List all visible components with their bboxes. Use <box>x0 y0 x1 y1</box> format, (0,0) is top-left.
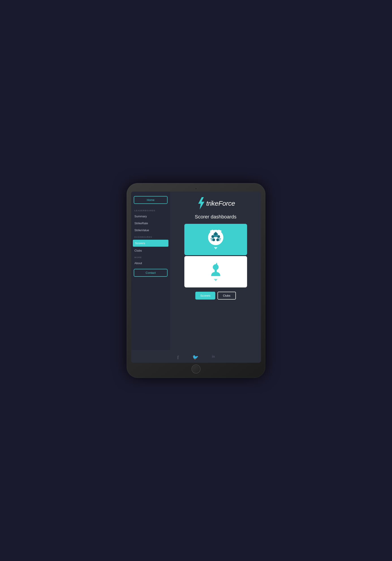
svg-marker-0 <box>198 197 204 209</box>
soccer-card[interactable] <box>184 224 247 255</box>
tablet-device: Home LEADERBOARDS Summary StrikeRate Str… <box>127 183 265 378</box>
sidebar-item-summary[interactable]: Summary <box>131 213 170 220</box>
sidebar-item-strikevalue[interactable]: StrikeValue <box>131 227 170 234</box>
sidebar-item-strikerate[interactable]: StrikeRate <box>131 220 170 227</box>
sidebar-item-clubs[interactable]: Clubs <box>131 247 170 254</box>
sidebar-item-scorers[interactable]: Scorers <box>133 240 169 247</box>
person-card[interactable] <box>184 256 247 287</box>
soccer-ball-icon <box>208 230 223 245</box>
logo-area: trikeForce <box>196 197 235 209</box>
main-content: trikeForce Scorer dashboards <box>170 192 261 350</box>
person-icon <box>209 263 222 277</box>
sidebar: Home LEADERBOARDS Summary StrikeRate Str… <box>131 192 170 350</box>
dashboards-section-label: DASHBOARDS <box>131 234 170 239</box>
home-button[interactable]: Home <box>134 196 168 204</box>
logo-strike: trikeForce <box>206 200 235 207</box>
svg-point-16 <box>212 238 215 241</box>
svg-point-17 <box>211 235 214 238</box>
svg-point-19 <box>213 264 219 270</box>
svg-rect-21 <box>215 270 217 272</box>
footer-social: f 🐦 in <box>131 350 261 363</box>
facebook-icon[interactable]: f <box>177 355 179 360</box>
tablet-home-button[interactable] <box>191 365 201 374</box>
svg-point-15 <box>216 238 219 241</box>
logo-text: trikeForce <box>206 200 235 207</box>
more-section-label: MORE <box>131 254 170 260</box>
leaderboards-section-label: LEADERBOARDS <box>131 207 170 213</box>
scorers-button[interactable]: Scorers <box>195 292 215 300</box>
tablet-camera <box>195 187 197 190</box>
sidebar-item-about[interactable]: About <box>131 260 170 267</box>
tablet-screen: Home LEADERBOARDS Summary StrikeRate Str… <box>131 192 261 363</box>
clubs-button[interactable]: Clubs <box>218 292 236 300</box>
soccer-card-chevron <box>214 247 218 249</box>
contact-button[interactable]: Contact <box>134 269 168 277</box>
svg-point-13 <box>214 233 217 235</box>
bolt-icon <box>196 197 205 209</box>
page-title: Scorer dashboards <box>195 214 237 220</box>
linkedin-icon[interactable]: in <box>212 355 215 360</box>
bottom-buttons: Scorers Clubs <box>195 292 236 300</box>
twitter-icon[interactable]: 🐦 <box>192 355 199 360</box>
svg-point-14 <box>217 235 220 238</box>
person-card-chevron <box>214 279 218 281</box>
